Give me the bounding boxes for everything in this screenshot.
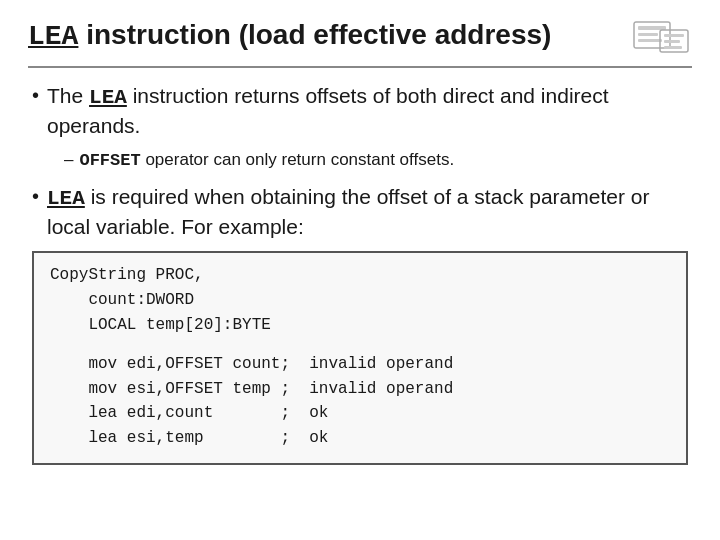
code-line-3: LOCAL temp[20]:BYTE	[50, 313, 670, 338]
svg-rect-6	[664, 40, 680, 43]
slide: LEA instruction (load effective address)…	[0, 0, 720, 540]
bullet-text-1: The LEA instruction returns offsets of b…	[47, 82, 688, 141]
bullet1-mono: LEA	[89, 86, 127, 109]
sub-bullet-text-1: –OFFSET operator can only return constan…	[64, 150, 454, 169]
sub-mono: OFFSET	[79, 151, 140, 170]
slide-content: • The LEA instruction returns offsets of…	[28, 82, 692, 465]
code-line-2: count:DWORD	[50, 288, 670, 313]
svg-rect-5	[664, 34, 684, 37]
bullet2-mono: LEA	[47, 187, 85, 210]
slide-title: LEA instruction (load effective address)	[28, 18, 551, 54]
code-line-6: lea edi,count ; ok	[50, 401, 670, 426]
title-rest: instruction (load effective address)	[78, 19, 551, 50]
bullet-1: • The LEA instruction returns offsets of…	[32, 82, 688, 141]
code-line-1: CopyString PROC,	[50, 263, 670, 288]
sub-dash: –	[64, 150, 73, 169]
code-block: CopyString PROC, count:DWORD LOCAL temp[…	[32, 251, 688, 465]
svg-rect-3	[638, 39, 662, 42]
code-blank-1	[50, 338, 670, 352]
bullet-text-2: LEA is required when obtaining the offse…	[47, 183, 688, 242]
title-mono: LEA	[28, 21, 78, 52]
bullet-2: • LEA is required when obtaining the off…	[32, 183, 688, 242]
slide-header: LEA instruction (load effective address)	[28, 18, 692, 68]
bullet-dot-2: •	[32, 185, 39, 208]
svg-rect-2	[638, 33, 658, 36]
corner-decoration	[632, 20, 692, 60]
sub-bullet-1: –OFFSET operator can only return constan…	[64, 149, 688, 173]
bullet-dot-1: •	[32, 84, 39, 107]
svg-rect-7	[664, 46, 682, 49]
code-line-7: lea esi,temp ; ok	[50, 426, 670, 451]
code-line-5: mov esi,OFFSET temp ; invalid operand	[50, 377, 670, 402]
code-line-4: mov edi,OFFSET count; invalid operand	[50, 352, 670, 377]
